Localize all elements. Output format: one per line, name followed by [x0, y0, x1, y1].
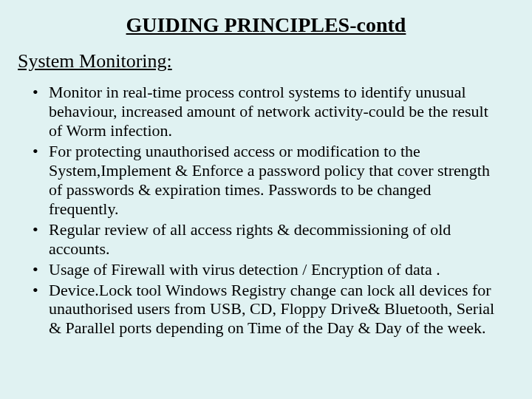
- list-item: Monitor in real-time process control sys…: [49, 83, 502, 140]
- list-item: Regular review of all access rights & de…: [49, 220, 502, 259]
- list-item: For protecting unauthorised access or mo…: [49, 142, 502, 219]
- bullet-list: Monitor in real-time process control sys…: [30, 83, 502, 338]
- list-item: Usage of Firewall with virus detection /…: [49, 260, 502, 279]
- slide-title: GUIDING PRINCIPLES-contd: [30, 13, 502, 37]
- list-item: Device.Lock tool Windows Registry change…: [49, 281, 502, 338]
- section-heading: System Monitoring:: [18, 50, 502, 72]
